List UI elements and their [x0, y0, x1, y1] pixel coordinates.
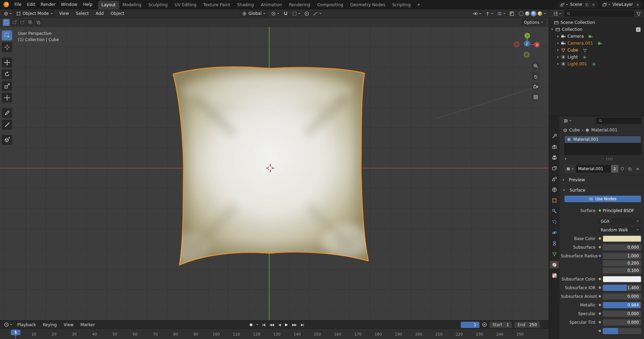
properties-search-input[interactable] [596, 118, 641, 124]
value-slider[interactable]: 1.000 [603, 253, 641, 259]
disclosure-triangle-icon[interactable] [557, 49, 559, 51]
mode-selector[interactable]: Object Mode [14, 10, 55, 17]
material-slot-list[interactable]: Material.001 [564, 136, 641, 155]
menu-object[interactable]: Object [108, 10, 127, 17]
start-frame-field[interactable]: Start1 [489, 322, 512, 328]
properties-tab-modifiers[interactable] [550, 207, 559, 215]
tool-scale[interactable] [2, 81, 12, 91]
outliner-item-cube[interactable]: Cube [549, 47, 644, 54]
shading-wireframe-button[interactable] [519, 11, 523, 16]
disclosure-triangle-icon[interactable] [557, 42, 559, 44]
breadcrumb-object[interactable]: Cube [569, 128, 580, 132]
auto-keyframe-icon[interactable] [482, 322, 487, 327]
view-layer-selector[interactable]: ViewLayer × [601, 1, 642, 8]
properties-tab-view-layer[interactable] [550, 164, 559, 172]
new-material-button[interactable] [626, 165, 634, 173]
outliner-row-collection[interactable]: Collection✓ [549, 26, 644, 33]
menu-edit[interactable]: Edit [24, 1, 38, 8]
menu-playback[interactable]: Playback [15, 321, 39, 328]
properties-tab-world[interactable] [550, 186, 559, 193]
shading-rendered-button[interactable] [538, 11, 542, 16]
fake-user-shield-button[interactable] [619, 165, 626, 173]
3d-viewport[interactable]: Options [0, 18, 549, 320]
menu-file[interactable]: File [12, 1, 24, 8]
transform-orientation-selector[interactable]: Global [240, 10, 268, 17]
next-keyframe-button[interactable]: ▶▶ [291, 322, 297, 327]
current-frame-field[interactable]: 1 [461, 322, 479, 328]
ortho-grid-button[interactable] [531, 93, 540, 101]
menu-help[interactable]: Help [80, 1, 95, 8]
dropdown-random-walk[interactable]: Random Walk [598, 227, 641, 233]
shading-solid-button[interactable] [525, 11, 530, 16]
workspace-tab-sculpting[interactable]: Sculpting [145, 1, 171, 9]
pivot-point-selector[interactable] [270, 11, 280, 16]
value-slider[interactable]: 0.000 [603, 244, 641, 250]
jump-to-end-button[interactable]: ▶| [300, 322, 305, 327]
outliner-item-camera[interactable]: Camera [549, 33, 644, 40]
filter-funnel-icon[interactable] [636, 11, 641, 16]
play-button[interactable]: ▶ [284, 322, 288, 327]
scene-selector[interactable]: Scene × [558, 1, 598, 8]
outliner-item-light-001[interactable]: Light.001 [549, 61, 644, 67]
color-swatch[interactable] [603, 236, 641, 242]
surface-section-header[interactable]: Surface [559, 185, 644, 195]
select-mode-subtract-button[interactable] [19, 19, 26, 26]
list-resize-grip[interactable] [606, 157, 613, 161]
collection-checkbox[interactable]: ✓ [636, 27, 641, 32]
outliner-item-camera-001[interactable]: Camera.001 [549, 40, 644, 47]
disclosure-triangle-icon[interactable] [557, 56, 559, 58]
zoom-button[interactable] [531, 62, 540, 70]
editor-type-button[interactable] [3, 11, 12, 16]
use-nodes-button[interactable]: Use Nodes [564, 195, 641, 202]
properties-tab-constraints[interactable] [550, 239, 559, 247]
shading-material-preview-button[interactable] [531, 11, 536, 16]
snap-toggle[interactable] [282, 11, 289, 16]
jump-to-start-button[interactable]: |◀ [261, 322, 266, 327]
show-gizmo-toggle[interactable] [484, 11, 494, 16]
workspace-tab-shading[interactable]: Shading [233, 1, 257, 9]
viewport-options-button[interactable]: Options [521, 19, 546, 26]
preview-section-header[interactable]: Preview [559, 175, 644, 184]
proportional-falloff-selector[interactable] [312, 11, 322, 16]
value-slider[interactable]: 1.400 [603, 285, 641, 291]
properties-editor-type-button[interactable] [562, 118, 573, 124]
select-mode-new-button[interactable] [3, 19, 10, 26]
properties-tab-data[interactable] [550, 250, 559, 258]
value-slider[interactable]: 0.200 [603, 260, 641, 266]
menu-marker[interactable]: Marker [78, 321, 97, 328]
properties-tab-texture[interactable] [550, 272, 559, 279]
material-name-field[interactable]: Material.001 [576, 165, 611, 173]
workspace-tab-texture-paint[interactable]: Texture Paint [200, 1, 233, 9]
color-swatch[interactable] [603, 276, 641, 282]
properties-tab-particles[interactable] [550, 218, 559, 226]
specials-triangle-icon[interactable] [565, 158, 566, 160]
workspace-tab-rendering[interactable]: Rendering [285, 1, 314, 9]
workspace-tab-uv-editing[interactable]: UV Editing [171, 1, 200, 9]
menu-add[interactable]: Add [93, 10, 106, 17]
workspace-tab-compositing[interactable]: Compositing [314, 1, 346, 9]
pan-hand-button[interactable] [531, 72, 540, 80]
snap-target-selector[interactable] [291, 11, 301, 16]
record-button[interactable]: ● [249, 322, 253, 327]
menu-window[interactable]: Window [58, 1, 80, 8]
outliner-search-input[interactable] [564, 10, 634, 17]
menu-timeline-view[interactable]: View [61, 321, 76, 328]
browse-material-button[interactable] [564, 165, 575, 173]
timeline-ruler[interactable]: 1 11020304050607080901001101201301401501… [0, 329, 549, 339]
shading-options-chevron[interactable] [544, 13, 546, 14]
tool-annotate[interactable] [2, 108, 12, 118]
object-visibility-selector[interactable] [472, 11, 482, 16]
value-slider[interactable]: 0.000 [603, 319, 641, 326]
disclosure-triangle-icon[interactable] [551, 29, 553, 30]
properties-tab-physics[interactable] [550, 229, 559, 236]
material-slot[interactable]: Material.001 [565, 136, 641, 143]
menu-keying[interactable]: Keying [40, 321, 60, 328]
properties-tab-scene[interactable] [550, 175, 559, 183]
tool-add-cube[interactable] [2, 135, 12, 145]
properties-tab-output[interactable] [550, 154, 559, 161]
users-count-button[interactable]: 2 [611, 165, 618, 173]
end-frame-field[interactable]: End250 [514, 322, 540, 328]
properties-tab-render[interactable] [550, 143, 559, 150]
toggle-xray-button[interactable] [509, 11, 515, 16]
previous-keyframe-button[interactable]: ◀◀ [269, 322, 275, 327]
